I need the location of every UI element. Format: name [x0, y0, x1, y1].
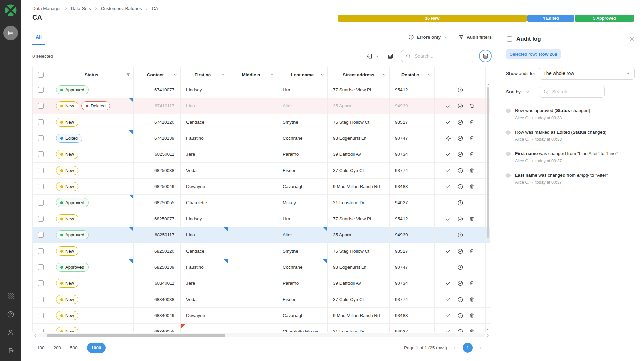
delete-row-button[interactable]	[468, 215, 476, 223]
file-stack-button[interactable]	[387, 53, 394, 59]
column-header-street[interactable]: Street address	[328, 67, 390, 82]
table-search-input[interactable]	[414, 53, 470, 59]
page-size-200[interactable]: 200	[54, 345, 61, 350]
row-checkbox[interactable]	[38, 119, 44, 125]
table-row[interactable]: Approved 68250139 Faustino Cochrane 93 E…	[32, 259, 490, 275]
hscroll-track[interactable]	[38, 333, 485, 337]
check-action-button[interactable]	[445, 215, 452, 223]
column-header-last[interactable]: Last name	[277, 67, 328, 82]
next-page-button[interactable]	[478, 345, 483, 350]
hscroll-thumb[interactable]	[47, 334, 226, 337]
table-row[interactable]: New 68250077 Lindsay Lira 77 Sunrise Vie…	[32, 211, 490, 227]
breadcrumb-item[interactable]: Customers: Batches	[101, 6, 142, 11]
circle-check-action-button[interactable]	[457, 102, 464, 110]
table-row[interactable]: New 68340055 Charolette Mccoy 21 Ironsto…	[32, 324, 490, 332]
undo-action-button[interactable]	[468, 102, 476, 110]
column-header-postal[interactable]: Postal c...	[390, 67, 435, 82]
row-checkbox[interactable]	[38, 313, 44, 318]
row-checkbox[interactable]	[38, 216, 44, 222]
delete-row-button[interactable]	[468, 119, 476, 126]
nav-item-data-tables[interactable]	[3, 26, 18, 40]
history-action-button[interactable]	[457, 231, 464, 239]
column-header-middle[interactable]: Middle n...	[228, 67, 277, 82]
check-action-button[interactable]	[445, 167, 452, 174]
row-checkbox[interactable]	[38, 297, 44, 302]
check-action-button[interactable]	[445, 312, 452, 319]
circle-check-action-button[interactable]	[457, 135, 464, 142]
delete-row-button[interactable]	[468, 135, 476, 142]
delete-row-button[interactable]	[468, 280, 476, 287]
row-checkbox[interactable]	[38, 103, 44, 109]
logout-button[interactable]	[7, 347, 14, 354]
circle-check-action-button[interactable]	[457, 215, 464, 223]
close-audit-log-button[interactable]	[629, 36, 635, 42]
table-row[interactable]: New 68250120 Candace Smythe 75 Stag Holl…	[32, 243, 490, 259]
circle-check-action-button[interactable]	[457, 183, 464, 190]
row-checkbox[interactable]	[38, 329, 44, 332]
row-checkbox[interactable]	[38, 232, 44, 238]
circle-check-action-button[interactable]	[457, 167, 464, 174]
table-row[interactable]: Edited 67410139 Faustino Cochrane 93 Edg…	[32, 130, 490, 146]
circle-check-action-button[interactable]	[457, 119, 464, 126]
table-row[interactable]: New 68340011 Jere Paramo 39 Daffodil Av …	[32, 275, 490, 291]
delete-row-button[interactable]	[468, 296, 476, 303]
hscroll-right-button[interactable]	[485, 334, 490, 337]
errors-only-filter[interactable]: Errors only	[408, 34, 448, 40]
delete-row-button[interactable]	[468, 183, 476, 190]
audit-filters-button[interactable]: Audit filters	[458, 34, 492, 40]
delete-row-button[interactable]	[468, 167, 476, 174]
delete-row-button[interactable]	[468, 151, 476, 158]
check-action-button[interactable]	[445, 183, 452, 190]
audit-search-input[interactable]	[552, 89, 600, 95]
circle-check-action-button[interactable]	[457, 280, 464, 287]
table-row[interactable]: Approved 68250117 Lino Alter 35 Apam 949…	[32, 227, 490, 243]
sparkle-action-button[interactable]	[445, 135, 452, 142]
table-row[interactable]: New Deleted 67410117 Lino Alter 35 Apam …	[32, 98, 490, 114]
row-checkbox[interactable]	[38, 280, 44, 286]
hscroll-left-button[interactable]	[32, 334, 38, 337]
circle-check-action-button[interactable]	[457, 296, 464, 303]
vscroll-down-button[interactable]	[486, 327, 490, 332]
page-size-500[interactable]: 500	[70, 345, 78, 350]
check-action-button[interactable]	[445, 247, 452, 255]
table-row[interactable]: New 68250038 Veda Eisner 37 Cold Cyn Ct …	[32, 163, 490, 179]
vscroll-thumb[interactable]	[487, 87, 489, 238]
table-row[interactable]: New 68340038 Veda Eisner 37 Cold Cyn Ct …	[32, 291, 490, 308]
page-size-100[interactable]: 100	[37, 345, 45, 350]
audit-log-toggle-button[interactable]	[479, 50, 492, 62]
account-button[interactable]	[7, 329, 14, 336]
export-button[interactable]	[366, 53, 379, 59]
check-action-button[interactable]	[445, 102, 452, 110]
row-checkbox[interactable]	[38, 248, 44, 254]
prev-page-button[interactable]	[452, 345, 458, 350]
row-checkbox[interactable]	[38, 87, 44, 93]
column-header-contact[interactable]: Contact...	[134, 67, 181, 82]
select-all-checkbox[interactable]	[38, 72, 44, 78]
delete-row-button[interactable]	[468, 328, 476, 333]
apps-menu-button[interactable]	[7, 292, 14, 300]
table-row[interactable]: New 68340049 Dewayne Cavanagh 9 Mac Mill…	[32, 308, 490, 324]
breadcrumb-item[interactable]: Data Sets	[71, 6, 91, 11]
check-action-button[interactable]	[445, 119, 452, 126]
circle-check-action-button[interactable]	[457, 328, 464, 333]
show-audit-for-select[interactable]: The whole row	[539, 67, 635, 80]
circle-check-action-button[interactable]	[457, 312, 464, 319]
circle-check-action-button[interactable]	[457, 247, 464, 255]
row-checkbox[interactable]	[38, 135, 44, 141]
sort-by-chevron-button[interactable]	[525, 89, 530, 94]
check-action-button[interactable]	[445, 296, 452, 303]
check-action-button[interactable]	[445, 328, 452, 333]
page-1-button[interactable]: 1	[463, 343, 473, 353]
column-header-first[interactable]: First na...	[181, 67, 228, 82]
row-checkbox[interactable]	[38, 200, 44, 206]
circle-check-action-button[interactable]	[457, 151, 464, 158]
table-row[interactable]: Approved 68250055 Charolette Mccoy 21 Ir…	[32, 195, 490, 211]
history-action-button[interactable]	[457, 264, 464, 271]
breadcrumb-item[interactable]: CA	[152, 6, 158, 11]
delete-row-button[interactable]	[468, 312, 476, 319]
tab-all[interactable]: All	[32, 30, 45, 45]
history-action-button[interactable]	[457, 199, 464, 207]
row-checkbox[interactable]	[38, 184, 44, 189]
check-action-button[interactable]	[445, 151, 452, 158]
page-size-1000[interactable]: 1000	[87, 343, 106, 353]
